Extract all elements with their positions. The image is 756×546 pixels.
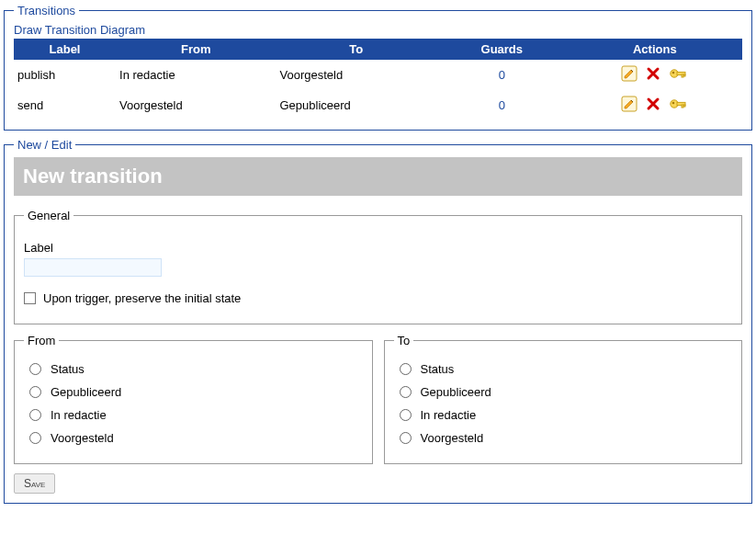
preserve-state-checkbox[interactable] xyxy=(24,292,36,304)
cell-actions xyxy=(568,60,742,90)
label-input[interactable] xyxy=(24,258,162,277)
edit-icon[interactable] xyxy=(621,96,638,115)
key-icon[interactable] xyxy=(668,65,688,85)
table-row: send Voorgesteld Gepubliceerd 0 xyxy=(14,90,742,120)
delete-icon[interactable] xyxy=(645,65,661,85)
svg-point-2 xyxy=(672,72,675,74)
draw-diagram-link[interactable]: Draw Transition Diagram xyxy=(14,23,742,37)
col-guards: Guards xyxy=(436,39,568,60)
cell-label: publish xyxy=(14,60,116,90)
from-option-label: In redactie xyxy=(51,408,107,422)
cell-label: send xyxy=(14,90,116,120)
to-option[interactable]: Gepubliceerd xyxy=(400,385,728,399)
to-option[interactable]: Status xyxy=(400,362,728,376)
cell-guards[interactable]: 0 xyxy=(436,90,568,120)
preserve-state-label: Upon trigger, preserve the initial state xyxy=(43,291,241,305)
from-option[interactable]: Status xyxy=(29,362,357,376)
col-from: From xyxy=(116,39,276,60)
from-legend: From xyxy=(24,334,59,347)
to-option-label: Voorgesteld xyxy=(421,431,484,445)
cell-to: Voorgesteld xyxy=(276,60,435,90)
from-option-label: Gepubliceerd xyxy=(51,385,121,399)
col-label: Label xyxy=(14,39,116,60)
table-row: publish In redactie Voorgesteld 0 xyxy=(14,60,742,90)
to-option[interactable]: Voorgesteld xyxy=(400,431,728,445)
transitions-table: Label From To Guards Actions publish In … xyxy=(14,39,742,120)
to-legend: To xyxy=(394,334,414,347)
radio-icon xyxy=(29,386,41,398)
transitions-fieldset: Transitions Draw Transition Diagram Labe… xyxy=(4,4,752,131)
radio-icon xyxy=(29,409,41,421)
from-option[interactable]: Gepubliceerd xyxy=(29,385,357,399)
cell-guards[interactable]: 0 xyxy=(436,60,568,90)
general-legend: General xyxy=(24,209,73,222)
svg-rect-11 xyxy=(684,105,686,107)
from-option[interactable]: Voorgesteld xyxy=(29,431,357,445)
new-edit-legend: New / Edit xyxy=(14,138,75,152)
to-option-label: In redactie xyxy=(421,408,477,422)
key-icon[interactable] xyxy=(668,96,688,115)
label-field-label: Label xyxy=(24,241,732,255)
radio-icon xyxy=(29,432,41,444)
to-option[interactable]: In redactie xyxy=(400,408,728,422)
cell-from: In redactie xyxy=(116,60,276,90)
save-button[interactable]: Save xyxy=(14,473,55,494)
to-option-label: Status xyxy=(421,362,455,376)
col-to: To xyxy=(276,39,435,60)
from-option-label: Voorgesteld xyxy=(51,431,114,445)
edit-icon[interactable] xyxy=(621,65,638,85)
svg-point-8 xyxy=(672,102,675,105)
general-fieldset: General Label Upon trigger, preserve the… xyxy=(14,209,742,324)
from-fieldset: From Status Gepubliceerd In redactie Voo… xyxy=(14,334,373,464)
to-fieldset: To Status Gepubliceerd In redactie Voorg… xyxy=(384,334,743,464)
transitions-legend: Transitions xyxy=(14,4,79,17)
col-actions: Actions xyxy=(568,39,742,60)
svg-rect-4 xyxy=(682,74,683,77)
radio-icon xyxy=(29,363,41,375)
cell-to: Gepubliceerd xyxy=(276,90,435,120)
radio-icon xyxy=(400,363,412,375)
radio-icon xyxy=(400,409,412,421)
new-transition-heading: New transition xyxy=(14,157,742,196)
from-option[interactable]: In redactie xyxy=(29,408,357,422)
new-edit-fieldset: New / Edit New transition General Label … xyxy=(4,138,752,504)
svg-rect-5 xyxy=(684,74,686,76)
delete-icon[interactable] xyxy=(645,96,661,115)
radio-icon xyxy=(400,386,412,398)
to-option-label: Gepubliceerd xyxy=(421,385,491,399)
cell-from: Voorgesteld xyxy=(116,90,276,120)
from-option-label: Status xyxy=(51,362,85,376)
cell-actions xyxy=(568,90,742,120)
svg-rect-10 xyxy=(682,105,683,108)
radio-icon xyxy=(400,432,412,444)
